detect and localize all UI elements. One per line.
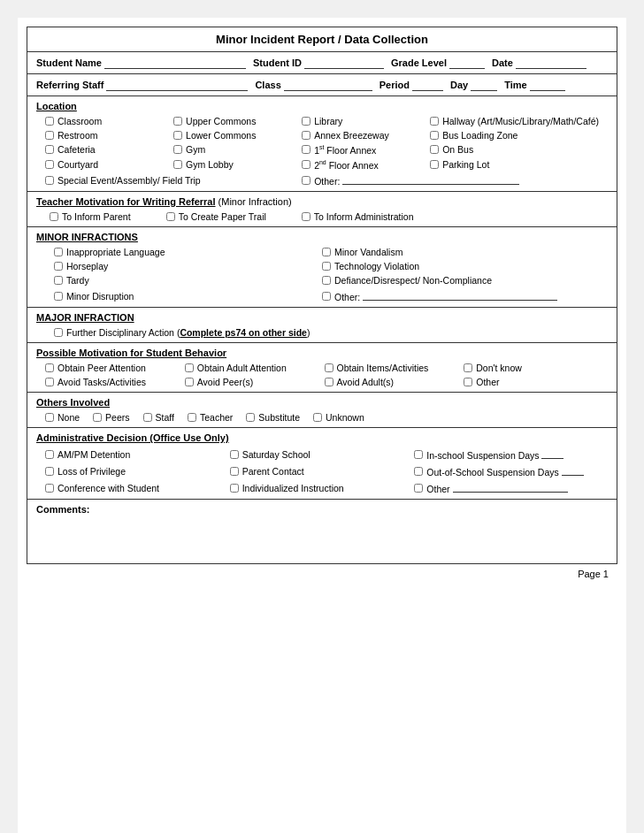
oi-substitute-checkbox[interactable] xyxy=(246,413,255,422)
mi-other-input[interactable] xyxy=(363,289,557,301)
pm-dont-know-checkbox[interactable] xyxy=(464,363,472,372)
mi-minor-vandalism: Minor Vandalism xyxy=(322,247,590,257)
loc-parking-lot-checkbox[interactable] xyxy=(430,160,439,169)
day-label: Day xyxy=(450,80,468,90)
loc-on-bus-checkbox[interactable] xyxy=(430,145,439,154)
student-id-field: Student ID xyxy=(253,57,384,69)
loc-library-checkbox[interactable] xyxy=(302,117,310,126)
pm-avoid-adult-checkbox[interactable] xyxy=(325,378,334,386)
mi-other-checkbox[interactable] xyxy=(322,292,331,301)
oi-teacher-checkbox[interactable] xyxy=(188,413,196,422)
iss-days-input[interactable] xyxy=(541,447,564,459)
ad-loss-of-privilege-checkbox[interactable] xyxy=(45,467,54,476)
pm-other-checkbox[interactable] xyxy=(464,378,472,386)
minor-infractions-section: MINOR INFRACTIONS Inappropriate Language… xyxy=(27,227,617,308)
pm-avoid-peers-checkbox[interactable] xyxy=(185,378,194,386)
ad-loss-of-privilege: Loss of Privilege xyxy=(45,464,230,478)
student-name-input[interactable] xyxy=(104,57,246,69)
mi-minor-disruption-checkbox[interactable] xyxy=(54,292,63,301)
ad-individualized-instruction-checkbox[interactable] xyxy=(230,484,239,493)
period-input[interactable] xyxy=(412,79,443,91)
class-input[interactable] xyxy=(284,79,372,91)
loc-courtyard-checkbox[interactable] xyxy=(45,160,54,169)
loc-restroom-checkbox[interactable] xyxy=(45,131,54,140)
mi-tardy-checkbox[interactable] xyxy=(54,276,63,285)
loc-other-input[interactable] xyxy=(342,173,519,185)
teacher-motivation-title: Teacher Motivation for Writing Referral … xyxy=(36,196,608,207)
mi-minor-vandalism-checkbox[interactable] xyxy=(322,248,331,256)
mi-inappropriate-language-checkbox[interactable] xyxy=(54,248,63,256)
tm-inform-parent: To Inform Parent xyxy=(50,211,131,222)
ad-parent-contact-checkbox[interactable] xyxy=(230,467,239,476)
pm-obtain-items-checkbox[interactable] xyxy=(325,363,334,372)
admin-decision-title: Administrative Decision (Office Use Only… xyxy=(36,432,608,443)
loc-parking-lot: Parking Lot xyxy=(430,159,599,171)
time-label: Time xyxy=(504,80,526,90)
tm-inform-parent-checkbox[interactable] xyxy=(50,212,58,221)
pm-dont-know: Don't know xyxy=(464,363,599,373)
loc-gym-checkbox[interactable] xyxy=(173,145,182,154)
loc-bus-loading-checkbox[interactable] xyxy=(430,131,439,140)
loc-lower-commons-checkbox[interactable] xyxy=(173,131,182,140)
pm-obtain-adult-attention-checkbox[interactable] xyxy=(185,363,194,372)
teacher-motivation-items: To Inform Parent To Create Paper Trail T… xyxy=(36,211,608,222)
mi-defiance-checkbox[interactable] xyxy=(322,276,331,285)
loc-on-bus: On Bus xyxy=(430,144,599,156)
oss-days-input[interactable] xyxy=(562,464,584,476)
loc-hallway-checkbox[interactable] xyxy=(430,117,439,126)
day-input[interactable] xyxy=(471,79,497,91)
loc-classroom-checkbox[interactable] xyxy=(45,117,54,126)
mi-horseplay-checkbox[interactable] xyxy=(54,262,63,271)
tm-paper-trail: To Create Paper Trail xyxy=(166,211,266,222)
mi-minor-disruption: Minor Disruption xyxy=(54,289,322,302)
oi-none-checkbox[interactable] xyxy=(45,413,54,422)
grade-level-field: Grade Level xyxy=(391,57,485,69)
loc-other-checkbox[interactable] xyxy=(302,176,310,185)
mi-inappropriate-language: Inappropriate Language xyxy=(54,247,322,257)
tm-paper-trail-checkbox[interactable] xyxy=(166,212,175,221)
ad-saturday-school-checkbox[interactable] xyxy=(230,450,239,459)
ad-other-checkbox[interactable] xyxy=(414,484,423,493)
major-infraction-title: MAJOR INFRACTION xyxy=(36,312,608,323)
loc-2nd-floor-annex-checkbox[interactable] xyxy=(302,160,310,169)
oi-unknown-checkbox[interactable] xyxy=(313,413,322,422)
ad-other-input[interactable] xyxy=(453,481,568,493)
loc-gym: Gym xyxy=(173,144,297,156)
oi-staff-checkbox[interactable] xyxy=(143,413,152,422)
ad-parent-contact: Parent Contact xyxy=(230,464,415,478)
loc-special-event-checkbox[interactable] xyxy=(45,176,54,185)
comments-area[interactable] xyxy=(36,515,608,559)
pm-avoid-tasks-checkbox[interactable] xyxy=(45,378,54,386)
mi-technology-violation-checkbox[interactable] xyxy=(322,262,331,271)
header-row-1: Student Name Student ID Grade Level Date xyxy=(27,52,617,74)
oi-peers-checkbox[interactable] xyxy=(93,413,102,422)
referring-staff-input[interactable] xyxy=(106,79,248,91)
pm-obtain-peer-attention-checkbox[interactable] xyxy=(45,363,54,372)
ad-ampm-detention-checkbox[interactable] xyxy=(45,450,54,459)
date-input[interactable] xyxy=(516,57,586,69)
mi-horseplay: Horseplay xyxy=(54,261,322,271)
student-name-field: Student Name xyxy=(36,57,246,69)
student-id-input[interactable] xyxy=(304,57,384,69)
pm-obtain-adult-attention: Obtain Adult Attention xyxy=(185,363,320,373)
ad-conference-student-checkbox[interactable] xyxy=(45,484,54,493)
grade-level-input[interactable] xyxy=(449,57,485,69)
major-infraction-checkbox[interactable] xyxy=(54,328,63,337)
loc-cafeteria-checkbox[interactable] xyxy=(45,145,54,154)
loc-1st-floor-annex-checkbox[interactable] xyxy=(302,145,310,154)
loc-gym-lobby: Gym Lobby xyxy=(173,159,297,171)
time-input[interactable] xyxy=(530,79,565,91)
ad-out-of-school-suspension-checkbox[interactable] xyxy=(414,467,423,476)
mi-tardy: Tardy xyxy=(54,275,322,286)
tm-inform-admin-checkbox[interactable] xyxy=(302,212,310,221)
student-name-label: Student Name xyxy=(36,57,102,68)
loc-upper-commons-checkbox[interactable] xyxy=(173,117,182,126)
loc-bus-loading: Bus Loading Zone xyxy=(430,130,599,141)
pm-obtain-peer-attention: Obtain Peer Attention xyxy=(45,363,180,373)
loc-1st-floor-annex: 1st Floor Annex xyxy=(302,144,426,156)
loc-annex-breezeway-checkbox[interactable] xyxy=(302,131,310,140)
ad-in-school-suspension: In-school Suspension Days xyxy=(414,447,599,461)
ad-in-school-suspension-checkbox[interactable] xyxy=(414,450,423,459)
form-container: Minor Incident Report / Data Collection … xyxy=(27,27,617,564)
loc-gym-lobby-checkbox[interactable] xyxy=(173,160,182,169)
